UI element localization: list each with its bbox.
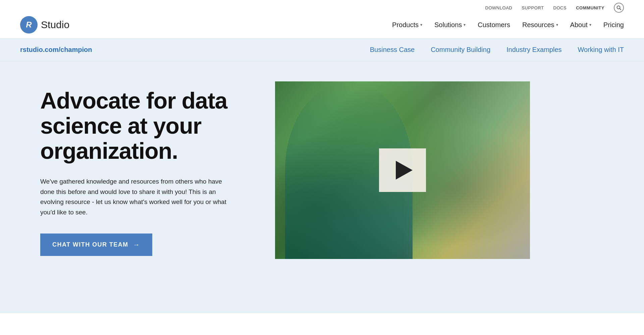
nav-about[interactable]: About ▾ bbox=[570, 21, 591, 29]
sub-nav-links: Business Case Community Building Industr… bbox=[370, 46, 624, 54]
cta-label: CHAT WITH OUR TEAM bbox=[52, 241, 128, 248]
topbar-community-link[interactable]: COMMUNITY bbox=[576, 5, 604, 10]
subnav-business-case[interactable]: Business Case bbox=[370, 46, 415, 54]
nav-pricing[interactable]: Pricing bbox=[603, 21, 624, 29]
topbar-docs-link[interactable]: DOCS bbox=[553, 5, 567, 10]
logo-letter: R bbox=[26, 20, 32, 29]
arrow-icon: → bbox=[133, 241, 140, 249]
chat-cta-button[interactable]: CHAT WITH OUR TEAM → bbox=[40, 233, 152, 256]
hero-body: We've gathered knowledge and resources f… bbox=[40, 177, 228, 217]
main-nav: R Studio Products ▾ Solutions ▾ Customer… bbox=[0, 13, 644, 39]
svg-line-1 bbox=[620, 9, 621, 10]
subnav-community-building[interactable]: Community Building bbox=[431, 46, 490, 54]
nav-products[interactable]: Products ▾ bbox=[392, 21, 422, 29]
nav-resources[interactable]: Resources ▾ bbox=[522, 21, 558, 29]
nav-customers[interactable]: Customers bbox=[478, 21, 510, 29]
nav-links: Products ▾ Solutions ▾ Customers Resourc… bbox=[392, 21, 624, 29]
hero-left: Advocate for data science at your organi… bbox=[40, 81, 248, 256]
subnav-working-with-it[interactable]: Working with IT bbox=[578, 46, 624, 54]
sub-nav: rstudio.com/champion Business Case Commu… bbox=[0, 39, 644, 61]
chevron-down-icon: ▾ bbox=[556, 22, 558, 27]
video-container bbox=[275, 81, 530, 259]
hero-content: Advocate for data science at your organi… bbox=[0, 61, 644, 259]
play-button[interactable] bbox=[379, 148, 426, 192]
topbar-support-link[interactable]: SUPPORT bbox=[522, 5, 544, 10]
search-icon bbox=[616, 5, 621, 10]
hero-heading: Advocate for data science at your organi… bbox=[40, 88, 248, 163]
search-button[interactable] bbox=[614, 3, 624, 13]
top-bar: DOWNLOAD SUPPORT DOCS COMMUNITY bbox=[0, 0, 644, 13]
logo-link[interactable]: R Studio bbox=[20, 16, 69, 34]
nav-solutions[interactable]: Solutions ▾ bbox=[434, 21, 466, 29]
logo-circle: R bbox=[20, 16, 38, 34]
subnav-industry-examples[interactable]: Industry Examples bbox=[506, 46, 562, 54]
play-icon bbox=[396, 161, 413, 180]
hero-section: rstudio.com/champion Business Case Commu… bbox=[0, 39, 644, 313]
logo-text: Studio bbox=[41, 19, 69, 30]
chevron-down-icon: ▾ bbox=[464, 22, 466, 27]
breadcrumb-link[interactable]: rstudio.com/champion bbox=[20, 46, 92, 54]
chevron-down-icon: ▾ bbox=[589, 22, 591, 27]
topbar-download-link[interactable]: DOWNLOAD bbox=[485, 5, 513, 10]
hero-video bbox=[275, 81, 624, 259]
chevron-down-icon: ▾ bbox=[420, 22, 422, 27]
